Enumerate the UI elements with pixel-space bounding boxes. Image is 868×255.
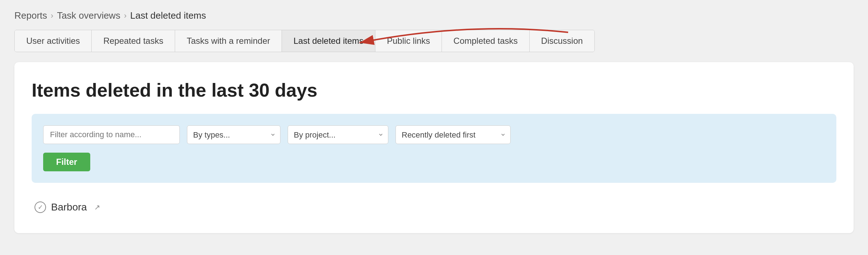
- list-item: ✓ Barbora ↗: [33, 196, 835, 219]
- filter-types-select[interactable]: By types...: [187, 125, 280, 144]
- filter-name-input[interactable]: [43, 125, 180, 144]
- tab-user-activities[interactable]: User activities: [15, 30, 92, 52]
- item-link-icon[interactable]: ↗: [92, 202, 103, 213]
- filter-button[interactable]: Filter: [43, 153, 90, 171]
- tab-last-deleted-items[interactable]: Last deleted items: [282, 30, 375, 52]
- tab-completed-tasks[interactable]: Completed tasks: [442, 30, 530, 52]
- tab-repeated-tasks[interactable]: Repeated tasks: [92, 30, 175, 52]
- main-card: Items deleted in the last 30 days By typ…: [14, 62, 854, 233]
- breadcrumb-separator-2: ›: [124, 11, 127, 20]
- breadcrumb-separator-1: ›: [51, 11, 53, 20]
- breadcrumb: Reports › Task overviews › Last deleted …: [14, 10, 854, 21]
- filter-project-select[interactable]: By project...: [288, 125, 388, 144]
- tab-tasks-with-reminder[interactable]: Tasks with a reminder: [175, 30, 282, 52]
- filter-sort-select[interactable]: Recently deleted first: [396, 125, 511, 144]
- filter-row: By types... By project... Recently delet…: [43, 125, 825, 144]
- item-check-icon: ✓: [35, 201, 46, 213]
- breadcrumb-current: Last deleted items: [130, 10, 206, 21]
- page-title: Items deleted in the last 30 days: [32, 79, 836, 101]
- breadcrumb-reports[interactable]: Reports: [14, 10, 47, 21]
- tab-public-links[interactable]: Public links: [375, 30, 442, 52]
- item-name: Barbora: [51, 201, 87, 213]
- breadcrumb-task-overviews[interactable]: Task overviews: [57, 10, 120, 21]
- list-section: ✓ Barbora ↗: [32, 196, 836, 219]
- filter-actions: Filter: [43, 153, 825, 171]
- filter-section: By types... By project... Recently delet…: [32, 114, 836, 183]
- tabs-navigation: User activities Repeated tasks Tasks wit…: [14, 30, 595, 52]
- tab-discussion[interactable]: Discussion: [530, 30, 594, 52]
